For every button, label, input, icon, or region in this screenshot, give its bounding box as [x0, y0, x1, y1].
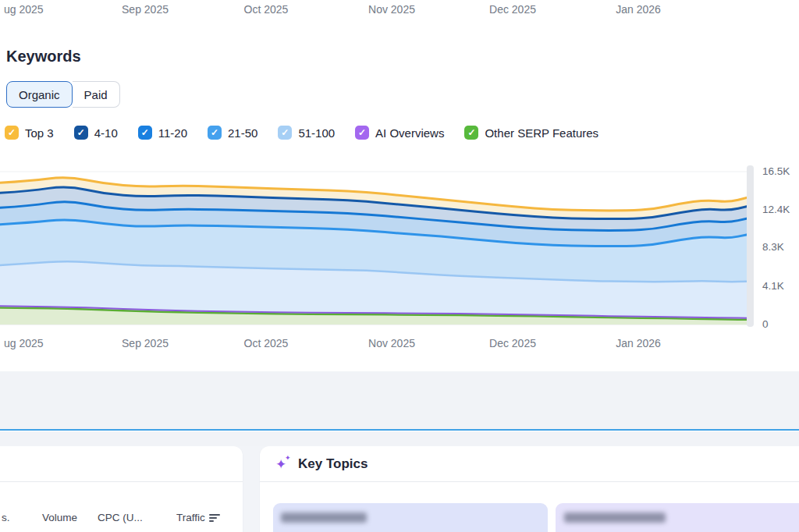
month-tick-label: Jan 2026 [616, 3, 661, 16]
checkbox-checked-icon[interactable] [74, 126, 88, 140]
checkbox-checked-icon[interactable] [208, 126, 222, 140]
legend-label: Top 3 [25, 126, 54, 140]
redacted-topic-text [564, 512, 666, 523]
legend-label: 21-50 [228, 126, 257, 140]
chart-edge-handle[interactable] [747, 165, 754, 327]
column-header-cpc-u-[interactable]: CPC (U... [98, 512, 143, 523]
legend-item-top-3[interactable]: Top 3 [5, 126, 54, 140]
month-tick-label: Sep 2025 [122, 3, 169, 16]
month-tick-label: Dec 2025 [489, 337, 536, 349]
month-tick-label: Dec 2025 [489, 3, 536, 16]
bottom-month-axis: ug 2025Sep 2025Oct 2025Nov 2025Dec 2025J… [0, 337, 799, 351]
checkbox-checked-icon[interactable] [138, 126, 152, 140]
month-tick-label: Nov 2025 [368, 3, 415, 16]
checkbox-checked-icon[interactable] [278, 126, 292, 140]
month-tick-label: Oct 2025 [244, 337, 289, 349]
sort-icon[interactable] [209, 513, 221, 523]
legend-label: AI Overviews [375, 126, 444, 140]
tab-strip-band-lower [0, 431, 799, 447]
legend-label: 4-10 [94, 126, 118, 140]
y-tick-label: 12.4K [762, 204, 790, 215]
month-tick-label: Oct 2025 [244, 3, 289, 16]
y-tick-label: 16.5K [762, 165, 790, 177]
month-tick-label: ug 2025 [4, 337, 44, 349]
key-topic-pill[interactable] [556, 503, 799, 532]
legend-item-other-serp-features[interactable]: Other SERP Features [464, 126, 598, 140]
sparkles-icon: ✦✦ [275, 456, 291, 473]
y-tick-label: 4.1K [762, 280, 784, 292]
column-header-volume[interactable]: Volume [42, 512, 77, 523]
key-topics-title: Key Topics [298, 456, 368, 472]
legend-label: 51-100 [298, 126, 335, 140]
key-topics-header: ✦✦ Key Topics [275, 456, 368, 473]
key-topic-pill[interactable] [273, 503, 548, 532]
checkbox-checked-icon[interactable] [5, 126, 19, 140]
legend-item-21-50[interactable]: 21-50 [208, 126, 257, 140]
checkbox-checked-icon[interactable] [355, 126, 369, 140]
top-month-axis: ug 2025Sep 2025Oct 2025Nov 2025Dec 2025J… [0, 3, 799, 17]
card-divider [260, 481, 799, 482]
redacted-topic-text [281, 512, 367, 523]
paid-tab-button[interactable]: Paid [73, 81, 120, 108]
legend-item-4-10[interactable]: 4-10 [74, 126, 118, 140]
month-tick-label: Sep 2025 [122, 337, 169, 349]
stacked-area-chart[interactable] [0, 159, 748, 328]
y-tick-label: 0 [762, 318, 769, 330]
legend-item-51-100[interactable]: 51-100 [278, 126, 335, 140]
month-tick-label: Nov 2025 [368, 337, 415, 349]
keywords-table-card: s.VolumeCPC (U...Traffic [0, 446, 243, 532]
legend-item-ai-overviews[interactable]: AI Overviews [355, 126, 444, 140]
column-header-traffic[interactable]: Traffic [176, 512, 205, 523]
page-title: Keywords [6, 48, 81, 66]
key-topics-card: ✦✦ Key Topics [260, 446, 799, 532]
legend-label: Other SERP Features [485, 126, 598, 140]
card-divider [0, 481, 243, 482]
legend-label: 11-20 [158, 126, 187, 140]
tab-strip-band [0, 371, 799, 431]
table-header-row: s.VolumeCPC (U...Traffic [0, 512, 243, 527]
column-header-s-[interactable]: s. [2, 512, 10, 523]
month-tick-label: Jan 2026 [616, 337, 661, 349]
y-tick-label: 8.3K [762, 241, 784, 253]
checkbox-checked-icon[interactable] [464, 126, 478, 140]
organic-paid-toggle: Organic Paid [6, 81, 120, 108]
organic-tab-button[interactable]: Organic [6, 81, 73, 108]
legend-item-11-20[interactable]: 11-20 [138, 126, 187, 140]
month-tick-label: ug 2025 [4, 3, 44, 16]
bottom-section: s.VolumeCPC (U...Traffic ✦✦ Key Topics [0, 446, 799, 532]
chart-legend: Top 34-1011-2021-5051-100AI OverviewsOth… [5, 126, 598, 140]
keywords-dashboard: ug 2025Sep 2025Oct 2025Nov 2025Dec 2025J… [0, 0, 799, 532]
keywords-trend-chart[interactable] [0, 159, 748, 328]
